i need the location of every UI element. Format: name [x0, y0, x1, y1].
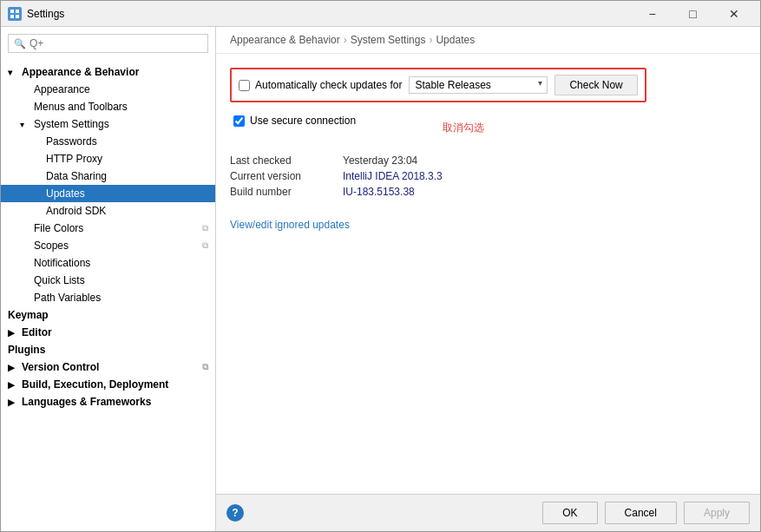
sidebar-item-label: Appearance — [34, 83, 90, 95]
cancel-note: 取消勾选 — [443, 121, 484, 135]
search-input[interactable] — [30, 37, 202, 49]
sidebar-item-appearance-behavior[interactable]: ▾Appearance & Behavior — [1, 63, 215, 81]
build-number-label: Build number — [230, 186, 343, 198]
sidebar-item-label: HTTP Proxy — [46, 153, 102, 165]
maximize-button[interactable]: □ — [673, 4, 712, 23]
panel-content: Automatically check updates for Stable R… — [216, 54, 760, 494]
sidebar-item-label: Menus and Toolbars — [34, 101, 128, 113]
svg-rect-2 — [10, 15, 14, 18]
sidebar-item-label: Data Sharing — [46, 170, 107, 182]
breadcrumb-part-2: System Settings — [351, 34, 426, 46]
sidebar-item-updates[interactable]: Updates — [1, 185, 215, 202]
help-button[interactable]: ? — [226, 504, 244, 522]
chevron-icon: ▶ — [8, 380, 18, 390]
copy-icon: ⧉ — [202, 223, 208, 233]
sidebar-tree: ▾Appearance & BehaviorAppearanceMenus an… — [1, 60, 215, 531]
sidebar-item-build-execution[interactable]: ▶Build, Execution, Deployment — [1, 376, 215, 393]
sidebar-item-label: Updates — [46, 187, 85, 200]
sidebar-item-data-sharing[interactable]: Data Sharing — [1, 167, 215, 185]
secure-connection-row: Use secure connection — [233, 115, 356, 127]
sidebar-item-system-settings[interactable]: ▾System Settings — [1, 115, 215, 133]
secure-connection-checkbox[interactable] — [233, 115, 245, 127]
sidebar-item-keymap[interactable]: Keymap — [1, 306, 215, 324]
svg-rect-3 — [16, 15, 19, 18]
sidebar: 🔍 ▾Appearance & BehaviorAppearanceMenus … — [1, 27, 216, 531]
title-bar: Settings − □ ✕ — [1, 1, 760, 27]
secure-connection-label[interactable]: Use secure connection — [250, 115, 356, 127]
app-icon — [8, 7, 22, 21]
copy-icon: ⧉ — [202, 240, 208, 251]
sidebar-item-editor[interactable]: ▶Editor — [1, 324, 215, 341]
sidebar-item-label: Quick Lists — [34, 274, 85, 286]
auto-check-checkbox[interactable] — [239, 80, 250, 91]
sidebar-item-label: File Colors — [34, 222, 83, 234]
check-now-button[interactable]: Check Now — [554, 75, 637, 95]
cancel-button[interactable]: Cancel — [605, 502, 677, 524]
sidebar-item-path-variables[interactable]: Path Variables — [1, 289, 215, 306]
chevron-icon: ▶ — [8, 363, 18, 372]
search-box[interactable]: 🔍 — [8, 34, 208, 53]
sidebar-item-label: Scopes — [34, 240, 69, 252]
current-version-label: Current version — [230, 170, 343, 182]
settings-window: Settings − □ ✕ 🔍 ▾Appearance & BehaviorA… — [0, 0, 761, 532]
title-bar-left: Settings — [8, 7, 64, 21]
apply-button[interactable]: Apply — [684, 502, 750, 524]
main-content: 🔍 ▾Appearance & BehaviorAppearanceMenus … — [1, 27, 760, 531]
breadcrumb-part-1: Appearance & Behavior — [230, 34, 340, 46]
last-checked-value: Yesterday 23:04 — [343, 154, 417, 167]
chevron-icon: ▶ — [8, 328, 18, 338]
sidebar-item-label: Build, Execution, Deployment — [22, 378, 168, 391]
sidebar-item-label: Editor — [22, 326, 52, 338]
svg-rect-1 — [16, 10, 19, 13]
sidebar-item-label: Path Variables — [34, 292, 101, 304]
releases-dropdown-wrapper: Stable ReleasesEarly Access ProgramBeta … — [409, 76, 548, 94]
breadcrumb-part-3: Updates — [436, 34, 475, 46]
info-grid: Last checked Yesterday 23:04 Current ver… — [230, 154, 746, 198]
svg-rect-0 — [10, 10, 14, 13]
sidebar-item-appearance[interactable]: Appearance — [1, 81, 215, 98]
releases-dropdown[interactable]: Stable ReleasesEarly Access ProgramBeta … — [409, 76, 548, 94]
sidebar-item-languages-frameworks[interactable]: ▶Languages & Frameworks — [1, 393, 215, 410]
sidebar-item-http-proxy[interactable]: HTTP Proxy — [1, 150, 215, 167]
sidebar-item-label: Passwords — [46, 135, 97, 148]
breadcrumb-sep-1: › — [344, 34, 347, 46]
main-panel: Appearance & Behavior › System Settings … — [216, 27, 760, 531]
current-version-value: IntelliJ IDEA 2018.3.3 — [343, 170, 443, 182]
window-title: Settings — [27, 8, 64, 20]
auto-check-label[interactable]: Automatically check updates for — [255, 79, 402, 91]
last-checked-label: Last checked — [230, 154, 343, 167]
ok-button[interactable]: OK — [542, 502, 597, 524]
current-version-row: Current version IntelliJ IDEA 2018.3.3 — [230, 170, 746, 182]
sidebar-item-quick-lists[interactable]: Quick Lists — [1, 272, 215, 289]
sidebar-item-label: Android SDK — [46, 205, 106, 217]
minimize-button[interactable]: − — [633, 4, 672, 23]
auto-check-highlight-box: Automatically check updates for Stable R… — [230, 68, 646, 102]
auto-check-row: Automatically check updates for — [239, 79, 402, 91]
sidebar-item-label: Plugins — [8, 344, 45, 356]
chevron-icon: ▾ — [20, 120, 30, 129]
build-number-value: IU-183.5153.38 — [343, 186, 415, 198]
last-checked-row: Last checked Yesterday 23:04 — [230, 154, 746, 167]
sidebar-item-file-colors[interactable]: File Colors⧉ — [1, 220, 215, 237]
breadcrumb: Appearance & Behavior › System Settings … — [216, 27, 760, 54]
sidebar-item-passwords[interactable]: Passwords — [1, 133, 215, 150]
build-number-row: Build number IU-183.5153.38 — [230, 186, 746, 198]
chevron-icon: ▾ — [8, 68, 18, 77]
chevron-icon: ▶ — [8, 397, 18, 407]
sidebar-item-label: Appearance & Behavior — [22, 66, 139, 78]
sidebar-item-android-sdk[interactable]: Android SDK — [1, 202, 215, 220]
search-icon: 🔍 — [14, 38, 26, 49]
sidebar-item-notifications[interactable]: Notifications — [1, 254, 215, 272]
view-ignored-updates-link[interactable]: View/edit ignored updates — [230, 219, 350, 231]
sidebar-item-scopes[interactable]: Scopes⧉ — [1, 237, 215, 254]
sidebar-item-label: Languages & Frameworks — [22, 396, 151, 408]
sidebar-item-plugins[interactable]: Plugins — [1, 341, 215, 358]
copy-icon: ⧉ — [202, 362, 208, 372]
footer: ? OK Cancel Apply — [216, 494, 760, 531]
sidebar-item-version-control[interactable]: ▶Version Control⧉ — [1, 358, 215, 376]
close-button[interactable]: ✕ — [714, 4, 753, 23]
sidebar-item-label: System Settings — [34, 118, 109, 130]
sidebar-item-menus-toolbars[interactable]: Menus and Toolbars — [1, 98, 215, 115]
sidebar-item-label: Keymap — [8, 309, 49, 321]
sidebar-item-label: Notifications — [34, 257, 90, 269]
